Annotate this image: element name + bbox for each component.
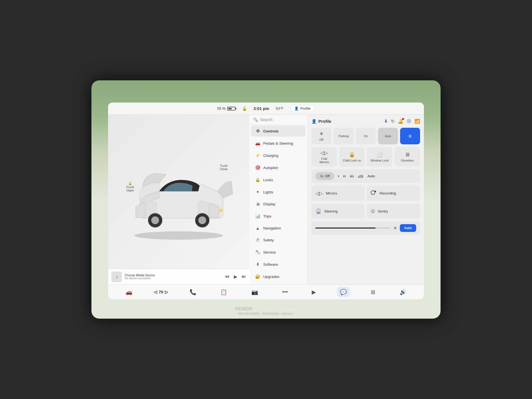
auto-brightness-btn[interactable]: Auto — [400, 224, 416, 232]
prev-button[interactable]: ⏮ — [225, 274, 229, 279]
menu-item-trips[interactable]: 📊 Trips — [251, 211, 306, 222]
menu-item-charging[interactable]: ⚡ Charging — [251, 150, 306, 161]
svg-text:⚡: ⚡ — [218, 207, 224, 213]
wiper-speed-3[interactable] — [350, 175, 354, 178]
menu-item-lights[interactable]: ✦ Lights — [251, 186, 306, 198]
wiper-speed-4[interactable] — [358, 175, 363, 178]
profile-button[interactable]: 👤 Profile — [290, 105, 315, 112]
service-label: Service — [263, 250, 276, 254]
pedals-icon: 🚗 — [255, 141, 260, 146]
notification-icon[interactable]: 🔔 — [398, 119, 403, 124]
upgrades-icon: 🔐 — [255, 274, 260, 279]
watermark: RENEWSPORTSCARS.COM 000-39118593 · 04/04… — [91, 306, 441, 315]
mirrors-recording-row: ◁▷ Mirrors Recording — [311, 186, 420, 201]
menu-item-controls[interactable]: ⚙ Controls — [251, 126, 306, 137]
headlight-row: ☀ Off Parking On Auto ≡ — [311, 128, 420, 144]
bluetooth-icon[interactable]: ⦿ — [407, 119, 411, 124]
menu-item-display[interactable]: 🖥 Display — [251, 199, 306, 209]
high-beam-icon: ≡ — [408, 133, 412, 139]
navigation-icon: ▲ — [255, 226, 260, 231]
brightness-row: ☀ Auto — [311, 221, 420, 235]
menu-panel: 🔍 Search ⚙ Controls 🚗 Pedals & Steering … — [249, 115, 308, 284]
locks-label: Locks — [263, 178, 273, 182]
dock-phone-btn[interactable]: 📞 — [187, 287, 199, 297]
menu-item-upgrades[interactable]: 🔐 Upgrades — [251, 271, 306, 282]
time-display: 3:01 pm — [254, 106, 269, 111]
display-label: Display — [263, 202, 275, 206]
brightness-slider[interactable] — [315, 227, 390, 229]
high-beam-btn[interactable]: ≡ — [400, 128, 420, 144]
sentry-icon: ⊙ — [371, 208, 375, 214]
steering-card[interactable]: 🎡 Steering — [311, 204, 365, 219]
window-lock-btn[interactable]: ⬜ Window Lock — [367, 147, 392, 167]
dock-notes-btn[interactable]: 📋 — [218, 287, 230, 297]
menu-item-service[interactable]: 🔧 Service — [251, 247, 306, 258]
frunk-label: 🔓 Frunk Open — [126, 182, 134, 192]
wiper-speed-1[interactable] — [338, 175, 339, 177]
menu-item-autopilot[interactable]: 🎯 Autopilot — [251, 162, 306, 173]
menu-item-navigation[interactable]: ▲ Navigation — [251, 223, 306, 234]
child-lock-btn[interactable]: 🔒 Child Lock on — [339, 147, 365, 167]
media-info: Choose Media Source No device connected — [125, 273, 222, 280]
controls-icon: ⚙ — [255, 129, 260, 134]
wiper-speed-2[interactable] — [343, 175, 346, 177]
battery-indicator: 55 % — [217, 106, 236, 111]
glovebox-btn[interactable]: 🖥 Glovebox — [395, 147, 420, 167]
play-button[interactable]: ▶ — [234, 274, 237, 279]
mirrors-fold-icon: ◁▷ — [320, 150, 328, 156]
music-icon: ♪ — [111, 272, 122, 282]
dock-media-btn[interactable]: ▶ — [309, 287, 319, 297]
menu-item-safety[interactable]: ⏱ Safety — [251, 235, 306, 245]
signal-icon[interactable]: 📶 — [415, 119, 420, 124]
dock-speed: ◁ 70 ▷ — [154, 290, 168, 295]
menu-item-software[interactable]: ⬇ Software — [251, 259, 306, 270]
profile-label: Profile — [300, 106, 311, 111]
charging-label: Charging — [263, 154, 278, 158]
dock-apps-btn[interactable]: ⊞ — [368, 287, 378, 297]
refresh-icon[interactable]: ↻ — [391, 119, 395, 124]
fold-mirrors-btn[interactable]: ◁▷ FoldMirrors — [311, 147, 337, 167]
menu-item-locks[interactable]: 🔒 Locks — [251, 174, 306, 185]
svg-point-7 — [374, 191, 376, 192]
svg-point-0 — [134, 231, 223, 240]
profile-person-icon: 👤 — [311, 119, 317, 124]
car-panel: ⚡ 🔓 Frunk Open Trunk Close ♪ — [108, 115, 249, 284]
status-bar: 55 % 🔓 3:01 pm 63°F 👤 Profile — [108, 103, 424, 115]
search-icon: 🔍 — [253, 117, 258, 122]
dock-camera-btn[interactable]: 📷 — [249, 287, 261, 297]
pedals-label: Pedals & Steering — [263, 141, 293, 145]
headlight-off-btn[interactable]: ☀ Off — [311, 128, 331, 144]
sentry-card[interactable]: ⊙ Sentry — [367, 204, 420, 219]
next-button[interactable]: ⏭ — [242, 274, 246, 279]
media-subtitle: No device connected — [125, 277, 222, 280]
headlight-parking-btn[interactable]: Parking — [334, 128, 354, 144]
wiper-speeds: Auto — [338, 174, 416, 178]
software-label: Software — [263, 262, 278, 267]
safety-label: Safety — [263, 238, 274, 242]
media-bar: ♪ Choose Media Source No device connecte… — [108, 269, 249, 284]
wiper-icon: 🌬 — [320, 174, 323, 178]
dock-messages-btn[interactable]: 💬 — [337, 287, 350, 297]
recording-card[interactable]: Recording — [367, 186, 420, 201]
wiper-off-btn[interactable]: 🌬 Off — [315, 172, 334, 180]
svg-point-6 — [371, 191, 375, 195]
mirrors-card[interactable]: ◁▷ Mirrors — [311, 186, 365, 201]
recording-icon — [371, 190, 377, 197]
headlight-on-btn[interactable]: On — [356, 128, 376, 144]
display-icon: 🖥 — [255, 202, 260, 206]
wiper-auto-btn[interactable]: Auto — [367, 174, 375, 178]
trips-icon: 📊 — [255, 214, 260, 219]
download-icon[interactable]: ⬇ — [384, 119, 388, 124]
sun-icon: ☀ — [319, 131, 324, 137]
search-bar[interactable]: 🔍 Search — [249, 115, 307, 125]
menu-item-pedals[interactable]: 🚗 Pedals & Steering — [251, 138, 306, 149]
trunk-label: Trunk Close — [220, 164, 227, 171]
headlight-auto-btn[interactable]: Auto — [378, 128, 398, 144]
wiper-section: 🌬 Off — [311, 169, 420, 183]
dock-more-btn[interactable]: ••• — [279, 287, 291, 297]
media-controls[interactable]: ⏮ ▶ ⏭ — [225, 274, 246, 279]
dock-car-btn[interactable]: 🚗 — [123, 287, 135, 297]
dock-volume-btn[interactable]: 🔊 — [397, 287, 409, 297]
controls-panel: 👤 Profile ⬇ ↻ 🔔 ⦿ 📶 — [308, 115, 424, 284]
mirrors-icon: ◁▷ — [315, 190, 323, 196]
